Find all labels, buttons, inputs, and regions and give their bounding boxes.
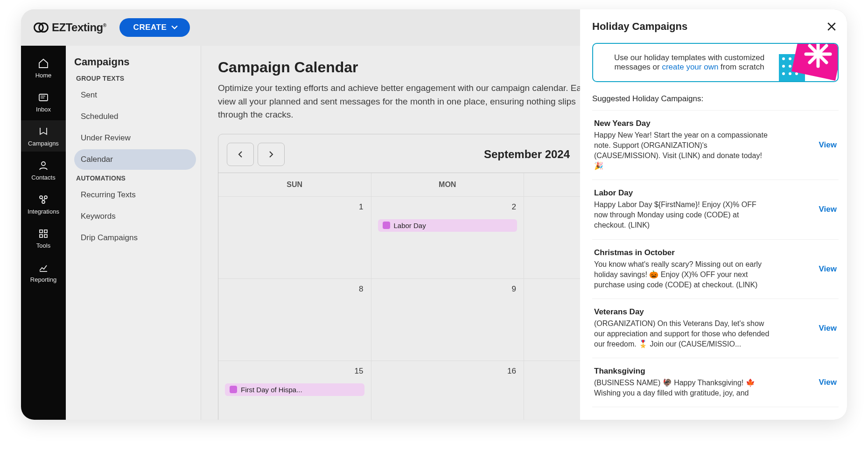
- chevron-down-icon: [171, 24, 178, 31]
- day-number: 9: [512, 284, 516, 294]
- svg-point-16: [789, 65, 791, 68]
- day-number: 8: [359, 284, 363, 294]
- holiday-campaign-item: Labor DayHappy Labor Day ${FirstName}! E…: [592, 180, 839, 239]
- event-color-dot: [230, 386, 237, 393]
- day-number: 16: [507, 367, 516, 376]
- svg-point-19: [789, 72, 791, 75]
- campaign-body: Happy Labor Day ${FirstName}! Enjoy (X)%…: [594, 200, 771, 230]
- calendar-event[interactable]: Labor Day: [378, 219, 518, 232]
- page-description: Optimize your texting efforts and achiev…: [218, 82, 601, 122]
- svg-point-18: [782, 72, 785, 75]
- holiday-campaign-item: Christmas in OctoberYou know what's real…: [592, 240, 839, 299]
- subnav-item-recurring-texts[interactable]: Recurring Texts: [74, 185, 196, 205]
- brand-logo: EZTexting®: [33, 20, 106, 35]
- subnav-item-keywords[interactable]: Keywords: [74, 206, 196, 227]
- holiday-campaign-item: Veterans Day(ORGANIZATION) On this Veter…: [592, 299, 839, 358]
- close-icon: [826, 21, 837, 32]
- campaign-title: Labor Day: [594, 188, 771, 198]
- svg-point-12: [782, 57, 785, 60]
- close-button[interactable]: [825, 20, 839, 34]
- subnav-item-calendar[interactable]: Calendar: [74, 149, 196, 170]
- subnav: Campaigns GROUP TEXTSSentScheduledUnder …: [66, 46, 201, 420]
- nav-reporting[interactable]: Reporting: [21, 257, 66, 288]
- nav-inbox[interactable]: Inbox: [21, 86, 66, 118]
- calendar-day[interactable]: 8: [218, 278, 371, 361]
- subnav-group-label: AUTOMATIONS: [76, 174, 196, 182]
- nav-label: Campaigns: [28, 140, 59, 147]
- view-campaign-link[interactable]: View: [819, 140, 837, 150]
- view-campaign-link[interactable]: View: [819, 324, 837, 333]
- nav-label: Inbox: [36, 106, 51, 113]
- calendar-day[interactable]: 16: [371, 361, 525, 420]
- nav-campaigns[interactable]: Campaigns: [21, 120, 66, 152]
- nav-label: Home: [35, 72, 52, 79]
- calendar-day[interactable]: 2Labor Day: [371, 196, 525, 278]
- event-color-dot: [383, 222, 390, 229]
- holiday-campaign-item: New Years DayHappy New Year! Start the y…: [592, 111, 839, 180]
- nav-integrations[interactable]: Integrations: [21, 188, 66, 220]
- view-campaign-link[interactable]: View: [819, 205, 837, 214]
- holiday-campaign-item: Thanksgiving(BUSINESS NAME) 🦃 Happy Than…: [592, 358, 839, 407]
- tools-icon: [38, 228, 49, 239]
- suggested-label: Suggested Holiday Campaigns:: [592, 94, 839, 104]
- campaigns-icon: [38, 126, 49, 137]
- logo-icon: [33, 20, 49, 35]
- holiday-banner: Use our holiday templates with customize…: [592, 43, 839, 82]
- campaign-title: Christmas in October: [594, 248, 771, 257]
- svg-point-15: [782, 65, 785, 68]
- nav-label: Contacts: [31, 174, 55, 181]
- drawer-title: Holiday Campaigns: [592, 21, 687, 33]
- svg-rect-8: [44, 230, 47, 233]
- nav-home[interactable]: Home: [21, 52, 66, 83]
- nav-label: Integrations: [28, 208, 59, 215]
- campaign-body: You know what's really scary? Missing ou…: [594, 259, 771, 290]
- calendar-day[interactable]: 15First Day of Hispa...: [218, 361, 371, 420]
- day-number: 1: [359, 202, 363, 212]
- svg-rect-10: [44, 235, 47, 237]
- campaign-body: Happy New Year! Start the year on a comp…: [594, 130, 771, 171]
- calendar-day[interactable]: 9: [371, 278, 525, 361]
- day-number: 15: [355, 367, 364, 376]
- event-label: First Day of Hispa...: [241, 386, 302, 394]
- dow-header: SUN: [218, 173, 371, 196]
- nav-tools[interactable]: Tools: [21, 222, 66, 254]
- calendar-day[interactable]: 1: [218, 196, 371, 278]
- campaign-body: (BUSINESS NAME) 🦃 Happy Thanksgiving! 🍁 …: [594, 378, 771, 398]
- subnav-item-scheduled[interactable]: Scheduled: [74, 106, 196, 127]
- subnav-item-sent[interactable]: Sent: [74, 85, 196, 105]
- svg-point-3: [42, 162, 45, 166]
- svg-rect-7: [40, 230, 42, 233]
- create-your-own-link[interactable]: create your own: [662, 62, 718, 71]
- subnav-item-drip-campaigns[interactable]: Drip Campaigns: [74, 228, 196, 248]
- campaign-title: Thanksgiving: [594, 367, 771, 376]
- create-button[interactable]: CREATE: [119, 18, 190, 37]
- svg-rect-2: [39, 94, 48, 101]
- integrations-icon: [38, 194, 49, 205]
- nav-label: Tools: [36, 242, 50, 249]
- holiday-campaigns-drawer: Holiday Campaigns Use our holiday templa…: [580, 9, 847, 420]
- nav-label: Reporting: [30, 276, 56, 283]
- campaign-body: (ORGANIZATION) On this Veterans Day, let…: [594, 319, 771, 349]
- home-icon: [38, 58, 49, 69]
- svg-point-13: [789, 57, 791, 60]
- nav-rail: HomeInboxCampaignsContactsIntegrationsTo…: [21, 46, 66, 420]
- subnav-title: Campaigns: [74, 56, 196, 68]
- subnav-group-label: GROUP TEXTS: [76, 75, 196, 82]
- day-number: 2: [512, 202, 516, 212]
- view-campaign-link[interactable]: View: [819, 264, 837, 274]
- event-label: Labor Day: [394, 222, 426, 229]
- view-campaign-link[interactable]: View: [819, 378, 837, 387]
- svg-rect-9: [40, 235, 42, 237]
- svg-point-20: [795, 72, 798, 75]
- dow-header: MON: [371, 173, 525, 196]
- campaign-title: New Years Day: [594, 119, 771, 128]
- calendar-event[interactable]: First Day of Hispa...: [225, 383, 364, 396]
- contacts-icon: [38, 160, 49, 171]
- nav-contacts[interactable]: Contacts: [21, 154, 66, 186]
- reporting-icon: [38, 262, 49, 273]
- subnav-item-under-review[interactable]: Under Review: [74, 128, 196, 148]
- svg-point-6: [42, 201, 45, 203]
- inbox-icon: [38, 92, 49, 103]
- gift-decoration-icon: [770, 43, 839, 82]
- campaign-title: Veterans Day: [594, 307, 771, 317]
